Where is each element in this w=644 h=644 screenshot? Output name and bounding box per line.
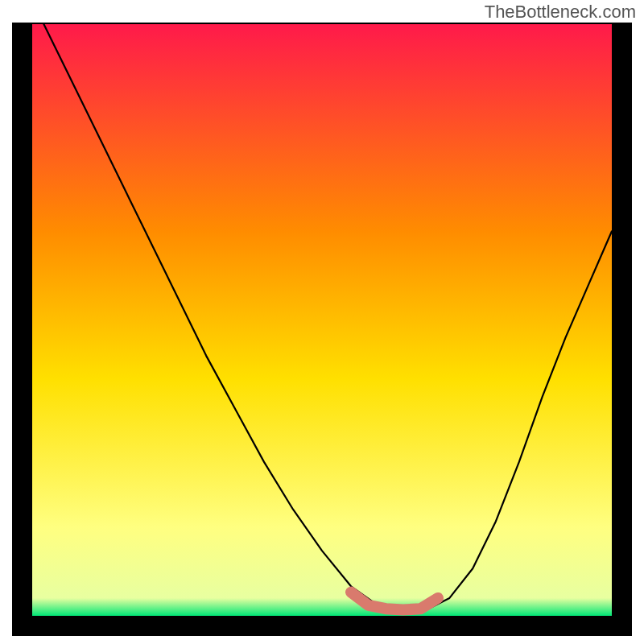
plot-background bbox=[32, 24, 612, 616]
chart-svg bbox=[0, 0, 644, 644]
chart-container: TheBottleneck.com bbox=[0, 0, 644, 644]
watermark-text: TheBottleneck.com bbox=[485, 2, 636, 23]
